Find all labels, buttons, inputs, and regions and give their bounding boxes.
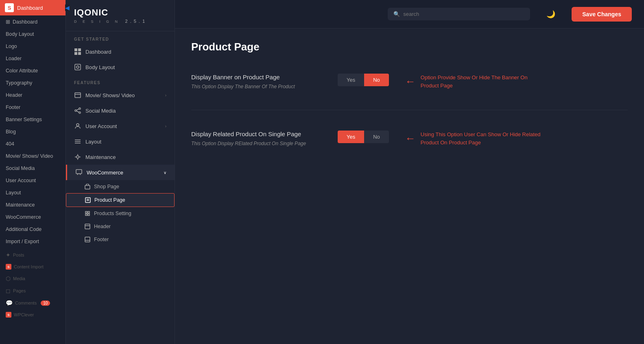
svg-rect-4 — [75, 64, 81, 70]
social-icon — [74, 107, 81, 114]
sidebar-item-404[interactable]: 404 — [0, 138, 65, 150]
logo-sub: D E S I G N 2.5.1 — [74, 19, 147, 24]
sidebar-item-maintenance[interactable]: Maintenance — [0, 199, 65, 211]
sidebar-item-layout[interactable]: Layout — [0, 187, 65, 199]
sidebar-item-woocommerce[interactable]: WooCommerce — [0, 211, 65, 223]
wp-admin-sidebar: S Dashboard ⊞ Dashboard Body Layout Logo… — [0, 0, 66, 344]
sidebar-item-movie-shows[interactable]: Movie/ Shows/ Video — [0, 150, 65, 162]
svg-rect-0 — [74, 48, 77, 51]
theme-menu-movie-shows[interactable]: Movie/ Shows/ Video › — [66, 87, 175, 103]
theme-menu-maintenance[interactable]: Maintenance — [66, 149, 175, 165]
theme-menu-layout[interactable]: Layout — [66, 134, 175, 149]
comments-badge: 10 — [41, 300, 50, 306]
movie-icon — [74, 91, 81, 99]
svg-rect-31 — [85, 214, 87, 216]
movie-chevron-icon: › — [165, 93, 166, 98]
svg-rect-35 — [85, 237, 90, 242]
annotation-text-display-banner: Option Provide Show Or Hide The Banner O… — [421, 74, 543, 89]
user-chevron-icon: › — [165, 124, 166, 128]
sidebar-item-dashboard[interactable]: ⊞ Dashboard — [0, 15, 65, 28]
annotation-arrow-display-related: ← Using This Option User Can Show Or Hid… — [405, 131, 628, 146]
red-arrow-icon-display-related: ← — [405, 132, 416, 145]
sidebar-item-blog[interactable]: Blog — [0, 126, 65, 138]
submenu-header[interactable]: Header — [66, 220, 175, 233]
toggle-yes-display-banner[interactable]: Yes — [338, 74, 364, 86]
sidebar-item-additional-code[interactable]: Additional Code — [0, 223, 65, 235]
theme-menu-user-account[interactable]: User Account › — [66, 118, 175, 134]
body-layout-icon — [74, 63, 81, 71]
svg-line-11 — [76, 109, 79, 110]
svg-rect-2 — [74, 52, 77, 55]
option-label-display-related: Display Related Product On Single Page — [191, 131, 321, 137]
submenu-shop-page[interactable]: Shop Page — [66, 180, 175, 193]
svg-rect-26 — [85, 198, 90, 202]
svg-point-13 — [76, 124, 79, 126]
toggle-group-display-related: Yes No — [338, 131, 389, 143]
footer-icon — [84, 236, 91, 243]
svg-line-12 — [76, 111, 79, 112]
svg-point-10 — [79, 112, 81, 113]
page-title: Product Page — [191, 41, 628, 53]
sidebar-item-footer[interactable]: Footer — [0, 101, 65, 113]
sidebar-item-import-export[interactable]: Import / Export — [0, 235, 65, 248]
dashboard-icon: ⊞ — [6, 19, 10, 25]
content-import-icon: S — [6, 264, 11, 270]
theme-menu-dashboard[interactable]: Dashboard — [66, 44, 175, 59]
dark-mode-icon[interactable]: 🌙 — [546, 10, 555, 19]
svg-point-9 — [79, 108, 81, 109]
maintenance-icon — [74, 153, 81, 161]
brand-icon: S — [5, 3, 14, 12]
theme-menu-woocommerce[interactable]: WooCommerce ∨ — [66, 165, 175, 180]
annotation-arrow-display-banner: ← Option Provide Show Or Hide The Banner… — [405, 74, 628, 89]
wp-section-media[interactable]: ⬡ Media — [0, 271, 65, 283]
sidebar-item-loader[interactable]: Loader — [0, 52, 65, 65]
wp-section-pages[interactable]: ◻ Pages — [0, 283, 65, 296]
woocommerce-icon — [75, 169, 83, 176]
toggle-yes-display-related[interactable]: Yes — [338, 131, 364, 143]
sidebar-item-header[interactable]: Header — [0, 89, 65, 101]
submenu-footer[interactable]: Footer — [66, 233, 175, 246]
media-icon: ⬡ — [6, 275, 11, 282]
submenu-products-setting[interactable]: Products Setting — [66, 207, 175, 220]
wp-section-comments[interactable]: 💬 Comments 10 — [0, 296, 65, 308]
search-input[interactable] — [403, 11, 524, 17]
svg-rect-25 — [85, 185, 90, 189]
wp-section-wpclever[interactable]: S WPClever — [0, 308, 65, 319]
option-desc-display-related: This Option Display RElated Product On S… — [191, 141, 321, 146]
sidebar-item-color-attribute[interactable]: Color Attribute — [0, 65, 65, 77]
sidebar-item-user-account[interactable]: User Account — [0, 174, 65, 187]
annotation-text-display-related: Using This Option User Can Show Or Hide … — [421, 131, 543, 146]
sidebar-item-typography[interactable]: Typography — [0, 77, 65, 89]
option-label-display-banner: Display Banner on Product Page — [191, 74, 321, 81]
red-arrow-icon-display-banner: ← — [405, 75, 416, 88]
svg-rect-6 — [75, 93, 81, 98]
theme-logo-area: IQONIC D E S I G N 2.5.1 — [66, 0, 175, 31]
wp-section-content-import[interactable]: S Content Import — [0, 260, 65, 271]
svg-rect-1 — [78, 48, 81, 51]
layout-icon — [74, 138, 81, 145]
svg-rect-29 — [85, 211, 87, 213]
option-info-display-banner: Display Banner on Product Page This Opti… — [191, 74, 321, 89]
toggle-no-display-related[interactable]: No — [364, 131, 389, 143]
theme-menu-social-media[interactable]: Social Media — [66, 103, 175, 118]
theme-menu-body-layout[interactable]: Body Layout — [66, 59, 175, 75]
header-icon — [84, 223, 91, 230]
content-area: Product Page Display Banner on Product P… — [175, 28, 644, 344]
save-changes-button[interactable]: Save Changes — [572, 7, 632, 22]
shop-icon — [84, 183, 91, 190]
submenu-product-page[interactable]: Product Page — [66, 193, 175, 207]
search-box[interactable]: 🔍 — [388, 8, 530, 20]
sidebar-item-social-media[interactable]: Social Media — [0, 162, 65, 174]
toggle-no-display-banner[interactable]: No — [364, 74, 389, 86]
sidebar-item-body-layout[interactable]: Body Layout — [0, 28, 65, 40]
wp-section-posts[interactable]: ✦ Posts — [0, 248, 65, 260]
svg-rect-22 — [76, 170, 82, 174]
search-icon: 🔍 — [393, 11, 400, 17]
sidebar-item-logo[interactable]: Logo — [0, 40, 65, 52]
option-row-display-banner: Display Banner on Product Page This Opti… — [191, 65, 628, 98]
svg-point-5 — [76, 66, 79, 68]
wp-sidebar-brand[interactable]: S Dashboard — [0, 0, 65, 15]
user-icon — [74, 122, 81, 130]
svg-point-17 — [76, 156, 79, 158]
sidebar-item-banner-settings[interactable]: Banner Settings — [0, 113, 65, 126]
